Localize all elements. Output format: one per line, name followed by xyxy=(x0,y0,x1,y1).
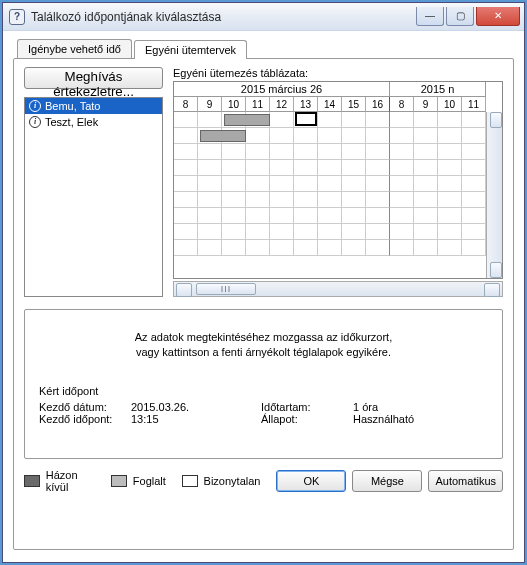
status-value: Használható xyxy=(353,413,483,425)
legend-label-tentative: Bizonytalan xyxy=(204,475,261,487)
hour-header: 8 xyxy=(174,97,198,112)
minimize-button[interactable]: — xyxy=(416,7,444,26)
hour-header: 13 xyxy=(294,97,318,112)
hour-header: 10 xyxy=(222,97,246,112)
legend-label-busy: Foglalt xyxy=(133,475,166,487)
invite-to-meeting-button[interactable]: Meghívás értekezletre... xyxy=(24,67,163,89)
maximize-button[interactable]: ▢ xyxy=(446,7,474,26)
requested-time-heading: Kért időpont xyxy=(39,385,488,397)
selected-slot[interactable] xyxy=(295,112,317,126)
tab-panel: Meghívás értekezletre... i Bemu, Tato i … xyxy=(13,58,514,550)
ok-button[interactable]: OK xyxy=(276,470,346,492)
hour-header: 12 xyxy=(270,97,294,112)
attendee-name: Bemu, Tato xyxy=(45,100,100,112)
duration-label: Időtartam: xyxy=(261,401,353,413)
day-header: 2015 n xyxy=(390,82,486,97)
schedule-table-label: Egyéni ütemezés táblázata: xyxy=(173,67,503,79)
hour-header: 15 xyxy=(342,97,366,112)
hour-header: 14 xyxy=(318,97,342,112)
status-label: Állapot: xyxy=(261,413,353,425)
window-title: Találkozó időpontjának kiválasztása xyxy=(31,10,414,24)
day-header: 2015 március 26 xyxy=(174,82,390,97)
start-date-label: Kezdő dátum: xyxy=(39,401,131,413)
hour-header: 11 xyxy=(462,97,486,112)
vertical-scrollbar[interactable] xyxy=(486,112,502,278)
hour-header: 9 xyxy=(198,97,222,112)
list-item[interactable]: i Bemu, Tato xyxy=(25,98,162,114)
duration-value: 1 óra xyxy=(353,401,483,413)
close-button[interactable]: ✕ xyxy=(476,7,520,26)
hour-header: 9 xyxy=(414,97,438,112)
dialog-window: ? Találkozó időpontjának kiválasztása — … xyxy=(2,2,525,563)
hour-header: 11 xyxy=(246,97,270,112)
hour-header: 10 xyxy=(438,97,462,112)
busy-block[interactable] xyxy=(224,114,270,126)
schedule-grid[interactable]: 2015 március 26 2015 n 8 9 10 11 12 13 1… xyxy=(173,81,503,279)
tab-available-time[interactable]: Igénybe vehető idő xyxy=(17,39,132,58)
titlebar[interactable]: ? Találkozó időpontjának kiválasztása — … xyxy=(3,3,524,31)
cancel-button[interactable]: Mégse xyxy=(352,470,422,492)
info-icon: i xyxy=(29,100,41,112)
legend-swatch-busy xyxy=(111,475,127,487)
hour-header: 16 xyxy=(366,97,390,112)
legend-swatch-away xyxy=(24,475,40,487)
legend-label-away: Házon kívül xyxy=(46,469,95,493)
start-time-value: 13:15 xyxy=(131,413,261,425)
start-time-label: Kezdő időpont: xyxy=(39,413,131,425)
attendee-name: Teszt, Elek xyxy=(45,116,98,128)
start-date-value: 2015.03.26. xyxy=(131,401,261,413)
horizontal-scrollbar[interactable]: III xyxy=(173,281,503,297)
hour-header: 8 xyxy=(390,97,414,112)
list-item[interactable]: i Teszt, Elek xyxy=(25,114,162,130)
info-panel: Az adatok megtekintéséhez mozgassa az id… xyxy=(24,309,503,459)
attendee-list[interactable]: i Bemu, Tato i Teszt, Elek xyxy=(24,97,163,297)
info-icon: i xyxy=(29,116,41,128)
app-icon: ? xyxy=(9,9,25,25)
legend-swatch-tentative xyxy=(182,475,198,487)
tab-individual-schedules[interactable]: Egyéni ütemtervek xyxy=(134,40,247,59)
busy-block[interactable] xyxy=(200,130,246,142)
hint-text: Az adatok megtekintéséhez mozgassa az id… xyxy=(39,330,488,361)
auto-button[interactable]: Automatikus xyxy=(428,470,503,492)
